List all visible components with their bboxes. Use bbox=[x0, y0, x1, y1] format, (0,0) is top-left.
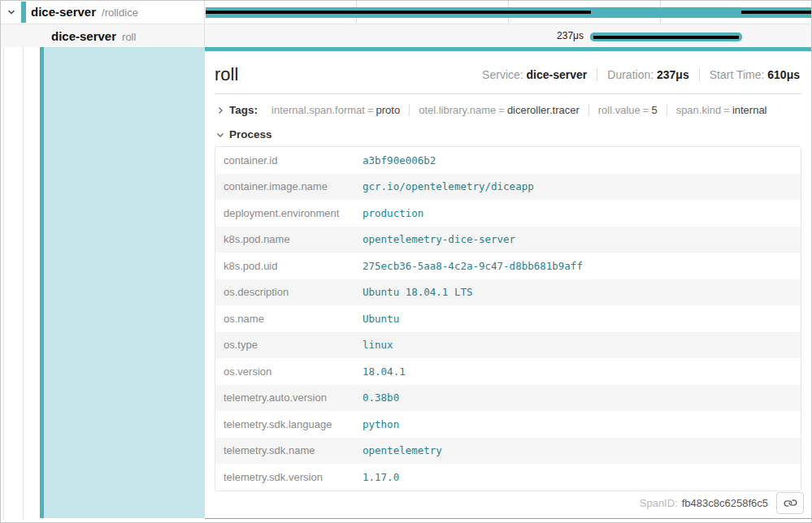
tag-value: diceroller.tracer bbox=[507, 104, 580, 116]
tag-value: 5 bbox=[651, 104, 657, 116]
tag-key: otel.library.name bbox=[419, 104, 496, 116]
duration-label: Duration: bbox=[607, 68, 654, 81]
span-row-roll-selected[interactable]: dice-serverroll 237μs bbox=[1, 24, 811, 47]
tag-key: internal.span.format bbox=[271, 104, 365, 116]
span-detail-card: roll Service: dice-server Duration: 237μ… bbox=[205, 47, 811, 519]
spanid-value: fb483c8c6258f6c5 bbox=[682, 497, 768, 509]
service-name: dice-server bbox=[51, 29, 116, 43]
child-span-bar[interactable] bbox=[590, 32, 742, 41]
tag-value: internal bbox=[732, 104, 767, 116]
tag-summary-item: roll.value=5 bbox=[588, 104, 667, 116]
start-time-label: Start Time: bbox=[710, 68, 765, 81]
process-label: Process bbox=[229, 128, 272, 140]
service-color-chip bbox=[21, 2, 26, 23]
kv-key: telemetry.auto.version bbox=[215, 391, 363, 404]
table-row: telemetry.sdk.languagepython bbox=[215, 411, 801, 438]
equals-sign: = bbox=[365, 104, 376, 116]
kv-key: os.description bbox=[215, 286, 363, 298]
kv-value: 18.04.1 bbox=[363, 365, 406, 378]
tag-summary-item: internal.span.format=proto bbox=[263, 104, 409, 116]
span-name-cell[interactable]: dice-server/rolldice bbox=[1, 1, 205, 24]
span-footer: SpanID: fb483c8c6258f6c5 bbox=[640, 492, 804, 514]
span-row-rolldice[interactable]: dice-server/rolldice bbox=[1, 1, 811, 24]
tag-key: roll.value bbox=[598, 104, 640, 116]
kv-key: telemetry.sdk.language bbox=[215, 418, 363, 430]
kv-value: a3bf90e006b2 bbox=[363, 154, 436, 166]
span-title: roll bbox=[215, 64, 238, 85]
span-name-cell[interactable]: dice-serverroll bbox=[1, 24, 205, 47]
deep-link-button[interactable] bbox=[776, 492, 804, 514]
process-kv-table: container.ida3bf90e006b2 container.image… bbox=[215, 146, 801, 491]
kv-value: Ubuntu bbox=[363, 313, 399, 325]
kv-key: telemetry.sdk.name bbox=[215, 444, 363, 456]
table-row: telemetry.sdk.version1.17.0 bbox=[215, 464, 801, 491]
tags-section-header[interactable]: Tags: internal.span.format=proto otel.li… bbox=[205, 94, 811, 119]
equals-sign: = bbox=[640, 104, 652, 116]
tags-label: Tags: bbox=[229, 104, 258, 116]
span-self-time-segment bbox=[741, 11, 812, 14]
kv-value: linux bbox=[363, 339, 393, 351]
left-panel-spacer bbox=[1, 47, 205, 522]
chevron-down-icon[interactable] bbox=[215, 131, 226, 139]
equals-sign: = bbox=[721, 104, 732, 116]
kv-value: 1.17.0 bbox=[363, 471, 399, 483]
tag-key: span.kind bbox=[676, 104, 722, 116]
table-row: container.image.namegcr.io/opentelemetry… bbox=[215, 174, 801, 201]
tag-summary-item: span.kind=internal bbox=[667, 104, 776, 116]
link-icon bbox=[781, 495, 798, 512]
table-row: os.version18.04.1 bbox=[215, 358, 801, 385]
service-value: dice-server bbox=[527, 68, 588, 81]
kv-value: gcr.io/opentelemetry/diceapp bbox=[363, 180, 534, 192]
table-row: os.typelinux bbox=[215, 332, 801, 359]
kv-key: k8s.pod.uid bbox=[215, 260, 363, 272]
kv-key: os.name bbox=[215, 313, 363, 325]
table-row: k8s.pod.uid275ecb36-5aa8-4c2a-9c47-d8bb6… bbox=[215, 253, 801, 279]
operation-name: /rolldice bbox=[102, 6, 138, 19]
table-row: os.nameUbuntu bbox=[215, 305, 801, 332]
kv-value: production bbox=[363, 207, 423, 219]
kv-value: Ubuntu 18.04.1 LTS bbox=[363, 286, 472, 298]
table-row: deployment.environmentproduction bbox=[215, 200, 801, 227]
kv-key: container.id bbox=[215, 154, 363, 166]
table-row: telemetry.auto.version0.38b0 bbox=[215, 385, 801, 412]
table-row: k8s.pod.nameopentelemetry-dice-server bbox=[215, 227, 801, 253]
kv-value: python bbox=[363, 418, 399, 430]
chevron-down-icon[interactable] bbox=[6, 7, 17, 19]
table-row: os.descriptionUbuntu 18.04.1 LTS bbox=[215, 279, 801, 306]
tag-summary-item: otel.library.name=diceroller.tracer bbox=[409, 104, 588, 116]
tag-value: proto bbox=[376, 104, 401, 116]
operation-name: roll bbox=[122, 31, 136, 43]
span-track[interactable]: 237μs bbox=[205, 24, 811, 47]
trace-view: dice-server/rolldice dice-serverroll 237… bbox=[0, 0, 812, 523]
kv-value: opentelemetry bbox=[363, 444, 442, 456]
span-self-time-segment bbox=[593, 36, 739, 39]
span-self-time-segment bbox=[206, 11, 591, 14]
process-section-header[interactable]: Process bbox=[205, 119, 811, 146]
kv-value: 0.38b0 bbox=[363, 391, 399, 404]
kv-key: deployment.environment bbox=[215, 207, 363, 219]
parent-span-bar[interactable] bbox=[206, 7, 812, 18]
kv-key: telemetry.sdk.version bbox=[215, 471, 363, 483]
kv-value: 275ecb36-5aa8-4c2a-9c47-d8bb681b9aff bbox=[363, 260, 583, 272]
service-name: dice-server bbox=[31, 5, 96, 19]
table-row: telemetry.sdk.nameopentelemetry bbox=[215, 438, 801, 465]
kv-key: container.image.name bbox=[215, 180, 363, 192]
kv-key: k8s.pod.name bbox=[215, 233, 363, 245]
equals-sign: = bbox=[496, 104, 507, 116]
kv-key: os.version bbox=[215, 365, 363, 378]
service-label: Service: bbox=[482, 68, 523, 81]
timeline: dice-server/rolldice dice-serverroll 237… bbox=[1, 1, 811, 47]
duration-value: 237μs bbox=[657, 68, 689, 81]
span-track[interactable] bbox=[205, 1, 811, 24]
kv-value: opentelemetry-dice-server bbox=[363, 233, 515, 245]
kv-key: os.type bbox=[215, 339, 363, 351]
chevron-right-icon[interactable] bbox=[215, 106, 226, 115]
span-duration-label: 237μs bbox=[557, 30, 584, 41]
start-time-value: 610μs bbox=[767, 68, 800, 81]
table-row: container.ida3bf90e006b2 bbox=[215, 147, 801, 174]
spanid-label: SpanID: bbox=[640, 497, 678, 509]
span-summary: Service: dice-server Duration: 237μs Sta… bbox=[472, 68, 800, 81]
